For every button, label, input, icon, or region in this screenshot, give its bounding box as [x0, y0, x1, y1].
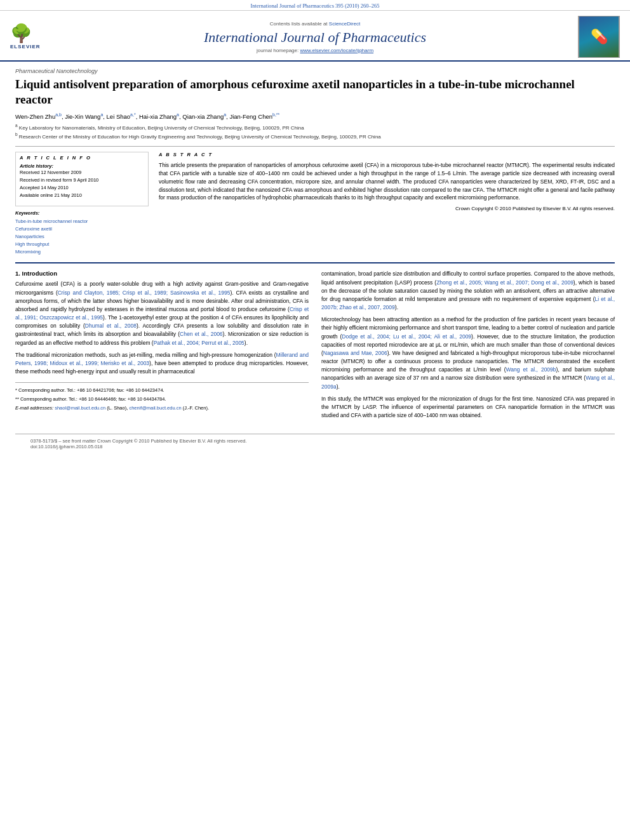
journal-title: International Journal of Pharmaceutics	[61, 29, 569, 46]
footnote-2: ** Corresponding author. Tel.: +86 10 64…	[15, 396, 309, 403]
journal-header-right: 💊	[569, 16, 620, 58]
ref-millerand[interactable]: Millerand and Peters, 1998; Midoux et al…	[15, 352, 309, 366]
article-info-title: A R T I C L E I N F O	[20, 155, 144, 161]
issn-text: 0378-5173/$ – see front matter Crown Cop…	[30, 438, 600, 444]
footnote-1: * Corresponding author. Tel.: +86 10 644…	[15, 387, 309, 394]
authors-line: Wen-Zhen Zhua,b, Jie-Xin Wanga, Lei Shao…	[15, 112, 615, 120]
article-title: Liquid antisolvent preparation of amorph…	[15, 77, 615, 107]
page-container: International Journal of Pharmaceutics 3…	[0, 0, 630, 840]
section-label: Pharmaceutical Nanotechnology	[15, 68, 615, 74]
content-available-text: Contents lists available at ScienceDirec…	[61, 21, 569, 27]
author-1: Wen-Zhen Zhua,b,	[15, 113, 65, 120]
author-2: Jie-Xin Wanga,	[65, 113, 106, 120]
article-info-box: A R T I C L E I N F O Article history: R…	[15, 152, 149, 206]
elsevier-wordmark: ELSEVIER	[10, 44, 41, 50]
journal-citation: International Journal of Pharmaceutics 3…	[250, 3, 379, 9]
keywords-box: Keywords: Tube-in-tube microchannel reac…	[15, 210, 149, 256]
affiliation-b: b Research Center of the Ministry of Edu…	[15, 131, 615, 140]
keywords-title: Keywords:	[15, 210, 149, 216]
body-para-2: The traditional micronization methods, s…	[15, 351, 309, 377]
info-abstract-section: A R T I C L E I N F O Article history: R…	[15, 152, 615, 256]
section-1-heading: 1. Introduction	[15, 270, 309, 277]
ref-li-2007[interactable]: Li et al., 2007b; Zhao et al., 2007, 200…	[321, 296, 615, 310]
doi-text: doi:10.1016/j.ijpharm.2010.05.018	[30, 444, 600, 450]
author-5: Qian-xia Zhanga,	[182, 113, 229, 120]
footnote-emails: E-mail addresses: shaol@mail.buct.edu.cn…	[15, 404, 309, 412]
elsevier-logo: 🌳 ELSEVIER	[10, 25, 61, 50]
ref-crisp-1985[interactable]: Crisp and Clayton, 1985; Crisp et al., 1…	[58, 290, 231, 296]
accepted-date: Accepted 14 May 2010	[20, 184, 144, 192]
affiliation-a: a Key Laboratory for Nanomaterials, Mini…	[15, 123, 615, 131]
available-date: Available online 21 May 2010	[20, 192, 144, 199]
footnotes-area: * Corresponding author. Tel.: +86 10 644…	[15, 382, 309, 412]
author-3: Lei Shaoa,*,	[107, 113, 139, 120]
body-col-right: contamination, broad particle size distr…	[321, 270, 615, 423]
revised-date: Received in revised form 9 April 2010	[20, 177, 144, 184]
body-col-left: 1. Introduction Cefuroxime axetil (CFA) …	[15, 270, 309, 423]
author-6: Jian-Feng Chenb,**	[229, 113, 279, 120]
keyword-5: Micromixing	[15, 248, 149, 256]
author-4: Hai-xia Zhanga,	[139, 113, 182, 120]
journal-top-bar: International Journal of Pharmaceutics 3…	[0, 0, 630, 11]
elsevier-tree-icon: 🌳	[10, 25, 32, 43]
body-para-5: In this study, the MTMCR was employed fo…	[321, 395, 615, 420]
email-shao[interactable]: shaol@mail.buct.edu.cn	[55, 405, 105, 411]
affiliations: a Key Laboratory for Nanomaterials, Mini…	[15, 123, 615, 140]
sciencedirect-link[interactable]: ScienceDirect	[329, 21, 360, 27]
divider-thick	[15, 262, 615, 263]
received-date: Received 12 November 2009	[20, 169, 144, 177]
journal-homepage: journal homepage: www.elsevier.com/locat…	[61, 48, 569, 53]
keyword-3: Nanoparticles	[15, 233, 149, 241]
keyword-1: Tube-in-tube microchannel reactor	[15, 218, 149, 225]
ref-crisp-1991[interactable]: Crisp et al., 1991; Oszczapowicz et al.,…	[15, 306, 309, 321]
history-dates: Received 12 November 2009 Received in re…	[20, 169, 144, 199]
bottom-bar: 0378-5173/$ – see front matter Crown Cop…	[15, 434, 615, 453]
journal-thumbnail: 💊	[578, 16, 620, 58]
history-label: Article history:	[20, 163, 144, 169]
main-content: Pharmaceutical Nanotechnology Liquid ant…	[0, 62, 630, 460]
ref-dodge[interactable]: Dodge et al., 2004; Lu et al., 2004; Ali…	[342, 333, 471, 340]
ref-zhong[interactable]: Zhong et al., 2005; Wang et al., 2007; D…	[436, 279, 573, 286]
keyword-2: Cefuroxime axetil	[15, 225, 149, 233]
article-info-column: A R T I C L E I N F O Article history: R…	[15, 152, 149, 256]
ref-chen-2006[interactable]: Chen et al., 2006	[180, 331, 222, 337]
ref-nagasawa[interactable]: Nagasawa and Mae, 2006	[323, 350, 387, 356]
email-chen[interactable]: chenif@mail.buct.edu.cn	[129, 405, 181, 411]
abstract-text: This article presents the preparation of…	[159, 161, 615, 202]
ref-pathak[interactable]: Pathak et al., 2004; Perrut et al., 2005	[154, 340, 245, 346]
body-para-3: contamination, broad particle size distr…	[321, 270, 615, 312]
history-section: Article history: Received 12 November 20…	[20, 163, 144, 199]
ref-dhumal[interactable]: Dhumal et al., 2008	[85, 323, 137, 329]
copyright-text: Crown Copyright © 2010 Published by Else…	[159, 206, 615, 211]
abstract-title: A B S T R A C T	[159, 152, 615, 157]
ref-wang-2009a[interactable]: Wang et al., 2009a	[321, 375, 615, 389]
body-section: 1. Introduction Cefuroxime axetil (CFA) …	[15, 270, 615, 423]
homepage-link[interactable]: www.elsevier.com/locate/ijpharm	[300, 48, 373, 53]
journal-header-center: Contents lists available at ScienceDirec…	[61, 21, 569, 53]
journal-header: 🌳 ELSEVIER Contents lists available at S…	[0, 11, 630, 62]
abstract-column: A B S T R A C T This article presents th…	[159, 152, 615, 256]
body-para-4: Microtechnology has been attracting atte…	[321, 316, 615, 391]
elsevier-logo-area: 🌳 ELSEVIER	[10, 25, 61, 50]
keyword-4: High throughput	[15, 241, 149, 248]
body-para-1: Cefuroxime axetil (CFA) is a poorly wate…	[15, 280, 309, 347]
divider-1	[15, 146, 615, 147]
ref-wang-2009b[interactable]: Wang et al., 2009b	[506, 366, 556, 373]
thumbnail-image: 💊	[579, 16, 619, 58]
